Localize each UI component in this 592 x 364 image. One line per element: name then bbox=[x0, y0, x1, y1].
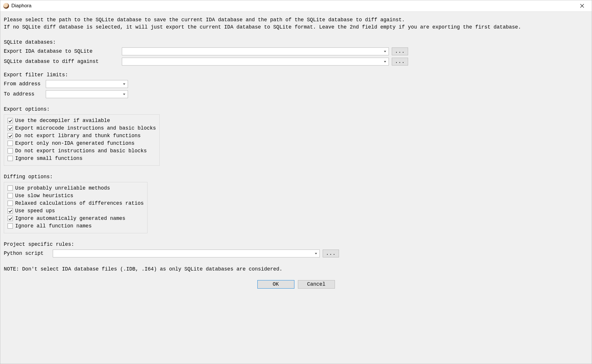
diff-db-row: SQLite database to diff against ... bbox=[4, 58, 588, 66]
to-address-combo[interactable] bbox=[46, 90, 128, 98]
python-script-combo[interactable] bbox=[53, 250, 320, 257]
export-option-checkbox[interactable] bbox=[8, 126, 13, 131]
from-address-row: From address bbox=[4, 80, 588, 88]
export-option-checkbox[interactable] bbox=[8, 133, 13, 138]
export-option-row: Do not export instructions and basic blo… bbox=[8, 148, 156, 154]
filter-section-label: Export filter limits: bbox=[4, 72, 588, 78]
diffing-option-label: Ignore automatically generated names bbox=[15, 215, 125, 221]
export-db-combo[interactable] bbox=[122, 47, 389, 55]
python-script-label: Python script bbox=[4, 250, 53, 256]
window-title: Diaphora bbox=[11, 3, 575, 9]
diffing-option-row: Use probably unreliable methods bbox=[8, 185, 144, 191]
diffing-option-checkbox[interactable] bbox=[8, 223, 13, 229]
diffing-option-checkbox[interactable] bbox=[8, 201, 13, 206]
export-option-label: Ignore small functions bbox=[15, 156, 82, 161]
diff-db-combo[interactable] bbox=[122, 58, 389, 66]
export-options-box: Use the decompiler if availableExport mi… bbox=[4, 114, 160, 166]
python-script-browse-button[interactable]: ... bbox=[323, 250, 339, 257]
export-option-row: Export microcode instructions and basic … bbox=[8, 125, 156, 131]
button-bar: OK Cancel bbox=[4, 280, 588, 289]
ok-button[interactable]: OK bbox=[257, 280, 294, 289]
intro-line-2: If no SQLite diff database is selected, … bbox=[4, 24, 588, 31]
export-option-label: Export microcode instructions and basic … bbox=[15, 125, 156, 131]
python-script-row: Python script ... bbox=[4, 250, 588, 257]
diffing-options-section: Diffing options: Use probably unreliable… bbox=[4, 174, 588, 233]
export-option-row: Ignore small functions bbox=[8, 156, 156, 161]
diffing-option-label: Use probably unreliable methods bbox=[15, 185, 110, 191]
from-address-combo[interactable] bbox=[46, 80, 128, 88]
export-option-label: Use the decompiler if available bbox=[15, 118, 110, 123]
diff-db-browse-button[interactable]: ... bbox=[392, 58, 408, 66]
export-db-row: Export IDA database to SQLite ... bbox=[4, 47, 588, 55]
diffing-option-row: Use slow heuristics bbox=[8, 193, 144, 199]
from-address-label: From address bbox=[4, 81, 46, 87]
export-options-section: Export options: Use the decompiler if av… bbox=[4, 106, 588, 166]
dialog-window: Diaphora Please select the path to the S… bbox=[0, 0, 592, 364]
sqlite-rows: Export IDA database to SQLite ... SQLite… bbox=[4, 47, 588, 66]
diffing-option-label: Ignore all function names bbox=[15, 223, 92, 229]
intro-text: Please select the path to the SQLite dat… bbox=[4, 16, 588, 31]
diffing-option-checkbox[interactable] bbox=[8, 185, 13, 191]
sqlite-section-label: SQLite databases: bbox=[4, 39, 588, 45]
export-option-checkbox[interactable] bbox=[8, 156, 13, 161]
export-option-row: Export only non-IDA generated functions bbox=[8, 140, 156, 146]
close-button[interactable] bbox=[575, 1, 589, 10]
diffing-option-row: Ignore automatically generated names bbox=[8, 215, 144, 221]
project-section: Project specific rules: Python script ..… bbox=[4, 241, 588, 257]
diffing-option-row: Relaxed calculations of differences rati… bbox=[8, 200, 144, 206]
diffing-options-label: Diffing options: bbox=[4, 174, 588, 180]
project-section-label: Project specific rules: bbox=[4, 241, 588, 247]
export-option-checkbox[interactable] bbox=[8, 148, 13, 153]
diffing-option-label: Relaxed calculations of differences rati… bbox=[15, 200, 144, 206]
export-option-label: Do not export instructions and basic blo… bbox=[15, 148, 147, 154]
export-option-label: Do not export library and thunk function… bbox=[15, 133, 141, 139]
export-option-row: Use the decompiler if available bbox=[8, 118, 156, 123]
export-option-checkbox[interactable] bbox=[8, 118, 13, 123]
diffing-option-row: Ignore all function names bbox=[8, 223, 144, 229]
intro-line-1: Please select the path to the SQLite dat… bbox=[4, 16, 588, 24]
app-icon bbox=[3, 3, 9, 9]
diffing-option-checkbox[interactable] bbox=[8, 216, 13, 221]
export-option-checkbox[interactable] bbox=[8, 141, 13, 146]
cancel-button[interactable]: Cancel bbox=[298, 280, 335, 289]
diffing-option-checkbox[interactable] bbox=[8, 193, 13, 198]
to-address-label: To address bbox=[4, 91, 46, 97]
export-options-label: Export options: bbox=[4, 106, 588, 112]
export-option-label: Export only non-IDA generated functions bbox=[15, 140, 135, 146]
export-db-label: Export IDA database to SQLite bbox=[4, 48, 122, 54]
diff-db-label: SQLite database to diff against bbox=[4, 59, 122, 64]
filter-section: Export filter limits: From address To ad… bbox=[4, 72, 588, 98]
dialog-content: Please select the path to the SQLite dat… bbox=[0, 11, 592, 364]
export-db-browse-button[interactable]: ... bbox=[392, 47, 408, 55]
titlebar: Diaphora bbox=[0, 0, 592, 11]
diffing-option-label: Use slow heuristics bbox=[15, 193, 73, 199]
diffing-option-row: Use speed ups bbox=[8, 208, 144, 214]
to-address-row: To address bbox=[4, 90, 588, 98]
close-icon bbox=[580, 4, 584, 8]
note-text: NOTE: Don't select IDA database files (.… bbox=[4, 266, 588, 272]
diffing-option-label: Use speed ups bbox=[15, 208, 55, 214]
diffing-options-box: Use probably unreliable methodsUse slow … bbox=[4, 182, 147, 233]
export-option-row: Do not export library and thunk function… bbox=[8, 133, 156, 139]
diffing-option-checkbox[interactable] bbox=[8, 208, 13, 213]
